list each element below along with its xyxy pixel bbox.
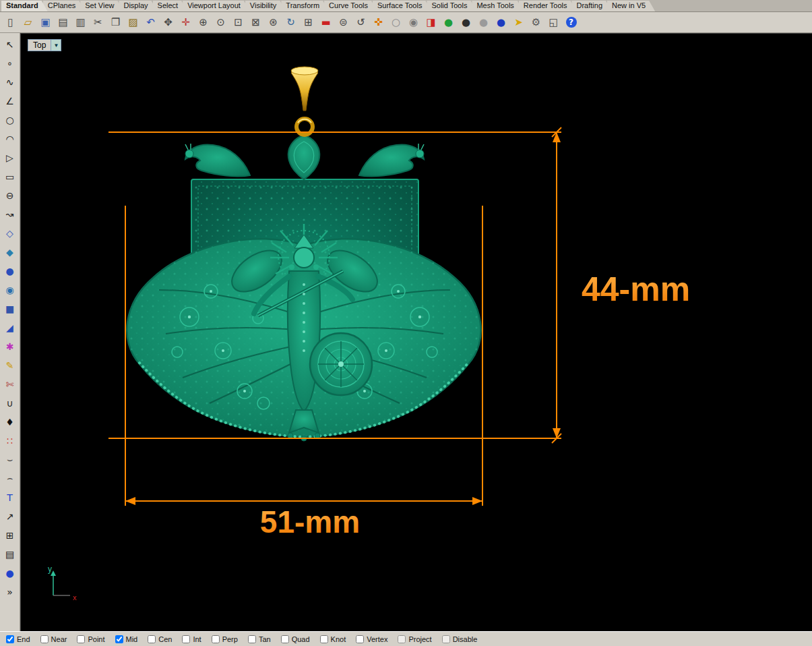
scale-icon[interactable]: ◱ — [545, 14, 562, 31]
arc-blend-icon[interactable]: ⌣ — [1, 451, 18, 468]
circle-icon[interactable]: ○ — [1, 111, 18, 128]
grid-icon[interactable]: ⊞ — [300, 14, 317, 31]
osnap-checkbox[interactable] — [115, 635, 123, 643]
zoom-selected-icon[interactable]: ⊠ — [247, 14, 264, 31]
toolbar-tab[interactable]: CPlanes — [43, 1, 86, 11]
extrude-icon[interactable]: ◢ — [1, 319, 18, 336]
cut-icon[interactable]: ✂ — [90, 14, 106, 31]
array-icon[interactable]: ⊞ — [1, 527, 18, 544]
osnap-checkbox[interactable] — [442, 635, 450, 643]
osnap-checkbox[interactable] — [6, 635, 14, 643]
edit-pencil-icon[interactable]: ✎ — [1, 357, 18, 374]
pan-icon[interactable]: ✥ — [160, 14, 177, 31]
toolbar-tab[interactable]: Visibility — [245, 1, 286, 11]
orient-icon[interactable]: ↗ — [1, 508, 18, 525]
osnap-checkbox[interactable] — [212, 635, 220, 643]
toolbar-tab[interactable]: Select — [153, 1, 188, 11]
osnap-toggle[interactable]: Vertex — [356, 635, 387, 643]
text-icon[interactable]: T — [1, 489, 18, 506]
osnap-checkbox[interactable] — [77, 635, 85, 643]
osnap-checkbox[interactable] — [398, 635, 406, 643]
sphere-blue-icon[interactable]: ● — [1, 564, 18, 581]
surface-icon[interactable]: ◇ — [1, 225, 18, 241]
help-icon[interactable]: ? — [563, 14, 580, 31]
ellipse-icon[interactable]: ⊖ — [1, 187, 18, 204]
freeform-icon[interactable]: ↝ — [1, 206, 18, 223]
viewport-canvas[interactable]: 44-mm 51-mm y x — [21, 34, 812, 631]
pendant-model[interactable] — [127, 67, 480, 441]
rotate-cplane-icon[interactable]: ↺ — [352, 14, 369, 31]
toolbar-tab[interactable]: Render Tools — [519, 1, 577, 11]
osnap-toggle[interactable]: Disable — [442, 635, 478, 643]
undo-icon[interactable]: ↶ — [142, 14, 159, 31]
options-icon[interactable]: ⚙ — [528, 14, 544, 31]
box-icon[interactable]: ■ — [1, 300, 18, 317]
sphere-icon[interactable]: ● — [1, 262, 18, 279]
zoom-window-icon[interactable]: ⊡ — [230, 14, 247, 31]
osnap-toggle[interactable]: End — [6, 635, 30, 643]
shaded-view-icon[interactable]: ● — [458, 14, 474, 31]
render-icon[interactable]: ● — [440, 14, 457, 31]
osnap-toggle[interactable]: Perp — [212, 635, 238, 643]
osnap-toggle[interactable]: Cen — [148, 635, 172, 643]
curve-icon[interactable]: ∿ — [1, 74, 18, 90]
osnap-checkbox[interactable] — [356, 635, 364, 643]
polyline-icon[interactable]: ∠ — [1, 92, 18, 109]
toolbar-tab[interactable]: Solid Tools — [427, 1, 476, 11]
osnap-toggle[interactable]: Quad — [281, 635, 310, 643]
toolbar-tab[interactable]: Standard — [1, 1, 48, 11]
toolbar-tab[interactable]: Curve Tools — [324, 1, 377, 11]
toolbar-tab[interactable]: Viewport Layout — [183, 1, 250, 11]
move-icon[interactable]: ✛ — [177, 14, 194, 31]
layer-color-icon[interactable]: ◨ — [423, 14, 439, 31]
select-arrow-icon[interactable]: ↖ — [1, 36, 18, 53]
cylinder-icon[interactable]: ◉ — [1, 281, 18, 298]
export-icon[interactable]: ▥ — [72, 14, 89, 31]
osnap-toggle[interactable]: Near — [40, 635, 67, 643]
toolbar-tab[interactable]: Display — [119, 1, 157, 11]
chevron-down-icon[interactable]: ▼ — [51, 39, 61, 51]
toolbar-tab[interactable]: Set View — [80, 1, 123, 11]
rotate-view-icon[interactable]: ↻ — [282, 14, 299, 31]
polygon-icon[interactable]: ▷ — [1, 149, 18, 166]
zoom-dynamic-icon[interactable]: ⊙ — [212, 14, 229, 31]
zoom-icon[interactable]: ⊕ — [195, 14, 212, 31]
more-icon[interactable]: » — [1, 583, 18, 600]
osnap-toggle[interactable]: Tan — [248, 635, 271, 643]
osnap-toggle[interactable]: Project — [398, 635, 431, 643]
rendered-view-icon[interactable]: ● — [493, 14, 509, 31]
point-icon[interactable]: ∘ — [1, 55, 18, 71]
open-folder-icon[interactable]: ▱ — [20, 14, 36, 31]
fill-icon[interactable]: ♦ — [1, 413, 18, 430]
join-icon[interactable]: ∪ — [1, 394, 18, 411]
set-cplane-icon[interactable]: ✜ — [370, 14, 387, 31]
osnap-checkbox[interactable] — [182, 635, 190, 643]
osnap-toggle[interactable]: Mid — [115, 635, 138, 643]
zoom-extents-icon[interactable]: ⊛ — [265, 14, 282, 31]
points-icon[interactable]: ∷ — [1, 432, 18, 449]
delete-icon[interactable]: ▬ — [317, 14, 334, 31]
layer-icon[interactable]: ▤ — [1, 546, 18, 562]
paste-icon[interactable]: ▨ — [125, 14, 142, 31]
print-icon[interactable]: ▤ — [55, 14, 71, 31]
osnap-toggle[interactable]: Int — [182, 635, 201, 643]
zoom-layer-icon[interactable]: ⊜ — [335, 14, 352, 31]
ghosted-view-icon[interactable]: ● — [475, 14, 492, 31]
arc-icon[interactable]: ◠ — [1, 130, 18, 147]
toolbar-tab[interactable]: Surface Tools — [373, 1, 431, 11]
save-icon[interactable]: ▣ — [37, 14, 54, 31]
annotate-icon[interactable]: ➤ — [510, 14, 527, 31]
loft-icon[interactable]: ◆ — [1, 243, 18, 260]
osnap-checkbox[interactable] — [248, 635, 256, 643]
osnap-checkbox[interactable] — [40, 635, 49, 643]
new-file-icon[interactable]: ▯ — [2, 14, 19, 31]
curve-blend-icon[interactable]: ⌢ — [1, 470, 18, 487]
viewport-top[interactable]: Top ▼ — [20, 33, 812, 631]
viewport-title-dropdown[interactable]: Top ▼ — [28, 39, 61, 51]
boolean-icon[interactable]: ✱ — [1, 338, 18, 355]
toolbar-tab[interactable]: New in V5 — [607, 1, 655, 11]
toolbar-tab[interactable]: Drafting — [571, 1, 612, 11]
lock-icon[interactable]: ◉ — [405, 14, 422, 31]
osnap-checkbox[interactable] — [281, 635, 289, 643]
osnap-toggle[interactable]: Point — [77, 635, 104, 643]
